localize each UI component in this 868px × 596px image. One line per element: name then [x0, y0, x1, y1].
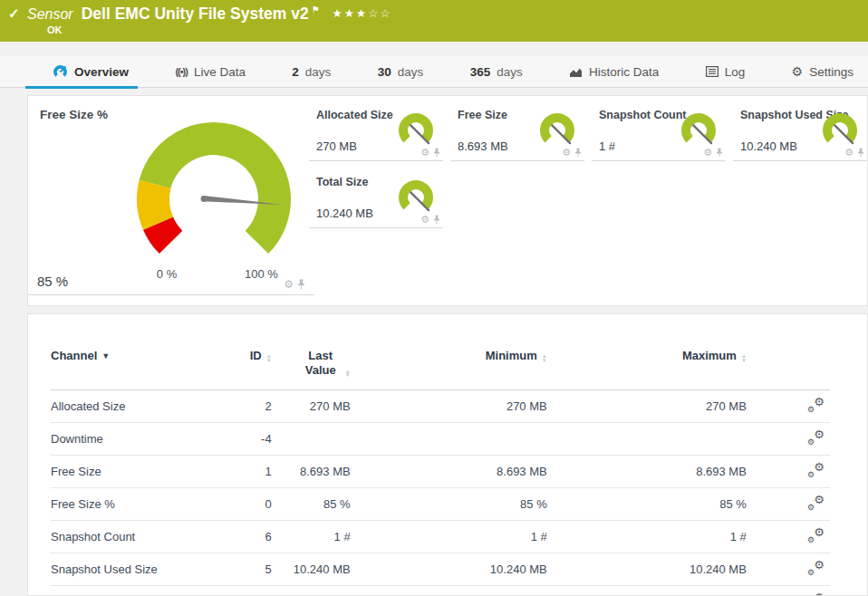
- channel-name[interactable]: Free Size: [51, 456, 227, 488]
- gauge-value: 10.240 MB: [740, 139, 797, 153]
- table-row: Free Size % 0 85 % 85 % 85 % ⚙⚙: [51, 488, 830, 521]
- overview-panel: Free Size % 0 % 100 % 85 % ⚙ Allocated: [27, 95, 868, 306]
- channel-last-value: 10.240 MB: [272, 553, 351, 586]
- channel-maximum: 270 MB: [547, 390, 747, 423]
- tile-gear-icon[interactable]: ⚙: [703, 148, 712, 158]
- page-title: Dell EMC Unity File System v2: [82, 5, 309, 24]
- tab-30-days[interactable]: 30 days: [378, 56, 424, 88]
- tab-settings[interactable]: ⚙ Settings: [792, 56, 854, 88]
- tile-pin-icon[interactable]: [857, 148, 864, 158]
- column-header-channel[interactable]: Channel▼: [51, 349, 227, 390]
- channel-maximum: [547, 423, 747, 456]
- table-row: Total Size 7 10.240 MB 10.240 MB 10.240 …: [51, 586, 830, 596]
- tab-log-label: Log: [725, 65, 746, 79]
- channel-id: 7: [227, 586, 272, 596]
- tab-historic-data-label: Historic Data: [589, 65, 659, 79]
- channel-table-panel: Channel▼ ID▲▼ Last Value▲▼ Minimum▲▼ Max…: [27, 313, 868, 596]
- tab-live-data-label: Live Data: [194, 65, 246, 79]
- channel-minimum: [351, 423, 547, 456]
- tab-historic-data[interactable]: Historic Data: [569, 56, 659, 88]
- tab-bar: Overview ((•)) Live Data 2 days 30 days …: [0, 56, 868, 88]
- sort-icon: ▲▼: [266, 354, 272, 362]
- gauge-tile-total-size[interactable]: Total Size 10.240 MB ⚙: [309, 169, 443, 228]
- channel-settings-icon[interactable]: ⚙⚙: [807, 496, 825, 510]
- sort-icon: ▲▼: [542, 354, 547, 362]
- gauge-title: Free Size: [458, 109, 507, 121]
- gauge-tile-snapshot-used-size[interactable]: Snapshot Used Size 10.240 MB ⚙: [733, 102, 867, 161]
- channel-minimum: 1 #: [351, 521, 547, 553]
- gauge-tile-snapshot-count[interactable]: Snapshot Count 1 # ⚙: [592, 102, 726, 161]
- tab-2-days[interactable]: 2 days: [292, 56, 331, 88]
- tab-overview[interactable]: Overview: [53, 56, 129, 88]
- channel-settings-icon[interactable]: ⚙⚙: [807, 562, 825, 575]
- tile-pin-icon[interactable]: [716, 148, 723, 158]
- tile-gear-icon[interactable]: ⚙: [562, 148, 571, 158]
- channel-maximum: 1 #: [547, 521, 747, 553]
- channel-id: 1: [227, 456, 272, 488]
- tab-overview-label: Overview: [74, 65, 129, 79]
- channel-id: 5: [227, 553, 272, 586]
- channel-name[interactable]: Free Size %: [51, 488, 227, 521]
- channel-settings-icon[interactable]: ⚙⚙: [807, 431, 825, 445]
- flag-icon[interactable]: ⚑: [312, 5, 320, 14]
- table-row: Downtime -4 ⚙⚙: [51, 423, 830, 456]
- gauge-title: Allocated Size: [316, 109, 393, 121]
- filter-caret-icon: ▼: [101, 351, 110, 360]
- channel-table: Channel▼ ID▲▼ Last Value▲▼ Minimum▲▼ Max…: [51, 349, 830, 596]
- sort-icon: ▲▼: [345, 370, 351, 378]
- gauge-value: 10.240 MB: [316, 207, 373, 220]
- tile-pin-icon[interactable]: [297, 279, 305, 290]
- channel-settings-icon[interactable]: ⚙⚙: [807, 529, 825, 543]
- gauge-value: 1 #: [599, 139, 615, 153]
- channel-last-value: 8.693 MB: [272, 456, 351, 488]
- sort-icon: ▲▼: [741, 354, 747, 362]
- tab-365-days[interactable]: 365 days: [470, 56, 523, 88]
- gauge-scale-max: 100 %: [241, 267, 282, 281]
- priority-stars[interactable]: ★★★☆☆: [333, 6, 392, 20]
- tile-gear-icon[interactable]: ⚙: [844, 148, 854, 158]
- tile-pin-icon[interactable]: [433, 215, 440, 225]
- channel-name[interactable]: Allocated Size: [51, 390, 227, 423]
- tile-gear-icon[interactable]: ⚙: [420, 148, 429, 158]
- gauge-scale-min: 0 %: [149, 267, 185, 281]
- tile-pin-icon[interactable]: [433, 148, 440, 158]
- gauge-title: Total Size: [316, 176, 368, 188]
- gauge-tile-allocated-size[interactable]: Allocated Size 270 MB ⚙: [309, 102, 443, 161]
- tab-live-data[interactable]: ((•)) Live Data: [175, 56, 246, 88]
- table-row: Allocated Size 2 270 MB 270 MB 270 MB ⚙⚙: [51, 390, 830, 423]
- gauge-title: Snapshot Count: [599, 109, 687, 121]
- column-header-last-value[interactable]: Last Value▲▼: [272, 349, 351, 390]
- channel-minimum: 10.240 MB: [351, 553, 547, 586]
- column-header-actions: [747, 349, 830, 390]
- column-header-id[interactable]: ID▲▼: [227, 349, 272, 390]
- channel-last-value: 1 #: [272, 521, 351, 553]
- tile-gear-icon[interactable]: ⚙: [284, 279, 294, 290]
- table-row: Free Size 1 8.693 MB 8.693 MB 8.693 MB ⚙…: [51, 456, 830, 488]
- column-header-maximum[interactable]: Maximum▲▼: [547, 349, 747, 390]
- channel-id: 0: [227, 488, 272, 521]
- channel-minimum: 8.693 MB: [351, 456, 547, 488]
- channel-maximum: 85 %: [547, 488, 747, 521]
- log-list-icon: [706, 66, 719, 77]
- free-size-percent-gauge: [123, 118, 304, 281]
- gauge-value: 85 %: [37, 274, 68, 289]
- gauge-tile-free-size[interactable]: Free Size 8.693 MB ⚙: [450, 102, 584, 161]
- tab-log[interactable]: Log: [706, 56, 746, 88]
- channel-id: 2: [227, 390, 272, 423]
- gauge-title: Free Size %: [40, 108, 108, 121]
- channel-name[interactable]: Downtime: [51, 423, 227, 456]
- channel-name[interactable]: Snapshot Count: [51, 521, 227, 553]
- channel-settings-icon[interactable]: ⚙⚙: [807, 464, 825, 477]
- channel-name[interactable]: Total Size: [51, 586, 227, 596]
- channel-id: 6: [227, 521, 272, 553]
- status-badge: OK: [47, 24, 63, 35]
- gauge-tile-free-size-percent[interactable]: Free Size % 0 % 100 % 85 % ⚙: [28, 96, 314, 295]
- channel-name[interactable]: Snapshot Used Size: [51, 553, 227, 586]
- column-header-minimum[interactable]: Minimum▲▼: [351, 349, 547, 390]
- table-row: Snapshot Used Size 5 10.240 MB 10.240 MB…: [51, 553, 830, 586]
- gauge-value: 270 MB: [316, 139, 357, 153]
- channel-settings-icon[interactable]: ⚙⚙: [807, 399, 825, 412]
- tile-pin-icon[interactable]: [574, 148, 582, 158]
- tile-gear-icon[interactable]: ⚙: [420, 215, 429, 225]
- channel-last-value: 10.240 MB: [272, 586, 351, 596]
